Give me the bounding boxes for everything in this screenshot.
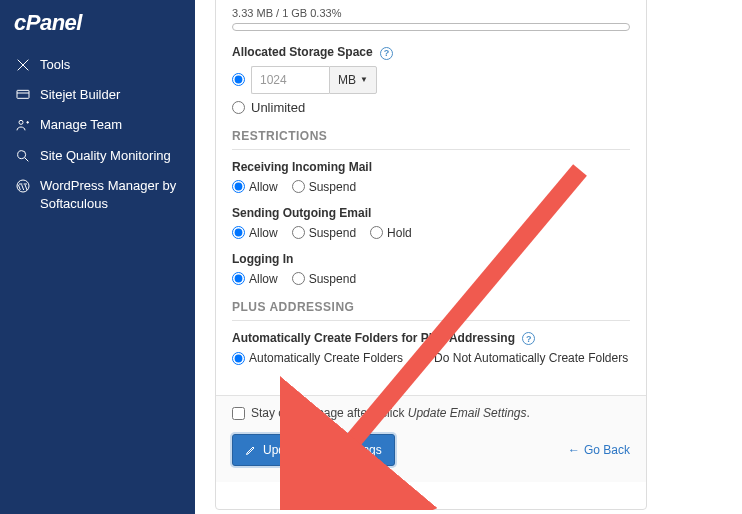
help-icon[interactable]: ?: [380, 47, 393, 60]
logging-suspend-option[interactable]: Suspend: [292, 272, 356, 286]
update-email-settings-button[interactable]: Update Email Settings: [232, 434, 395, 466]
team-icon: [14, 116, 32, 134]
stay-on-page-label: Stay on this page after I click Update E…: [251, 406, 530, 420]
sidebar-item-label: Manage Team: [40, 116, 122, 134]
logo: cPanel: [0, 0, 195, 50]
incoming-suspend-option[interactable]: Suspend: [292, 180, 356, 194]
storage-progress-bar: [232, 23, 630, 31]
storage-value-input[interactable]: [251, 66, 329, 94]
svg-point-2: [18, 150, 26, 158]
storage-custom-radio[interactable]: [232, 73, 245, 86]
incoming-allow-option[interactable]: Allow: [232, 180, 278, 194]
restrictions-heading: RESTRICTIONS: [232, 129, 630, 150]
tools-icon: [14, 56, 32, 74]
sidebar: cPanel Tools Sitejet Builder Manage Team…: [0, 0, 195, 514]
help-icon[interactable]: ?: [522, 332, 535, 345]
magnify-icon: [14, 147, 32, 165]
outgoing-mail-label: Sending Outgoing Email: [232, 206, 630, 220]
sidebar-item-sitejet[interactable]: Sitejet Builder: [0, 80, 195, 110]
sidebar-item-tools[interactable]: Tools: [0, 50, 195, 80]
card-footer: Stay on this page after I click Update E…: [216, 395, 646, 482]
allocated-storage-label: Allocated Storage Space ?: [232, 45, 630, 60]
svg-point-1: [19, 121, 23, 125]
plus-auto-option[interactable]: Automatically Create Folders: [232, 351, 403, 365]
sidebar-item-wordpress[interactable]: WordPress Manager by Softaculous: [0, 171, 195, 219]
logging-allow-option[interactable]: Allow: [232, 272, 278, 286]
sidebar-item-site-quality[interactable]: Site Quality Monitoring: [0, 141, 195, 171]
plus-addressing-heading: PLUS ADDRESSING: [232, 300, 630, 321]
storage-unlimited-radio[interactable]: [232, 101, 245, 114]
logging-in-label: Logging In: [232, 252, 630, 266]
sidebar-item-label: Site Quality Monitoring: [40, 147, 171, 165]
outgoing-suspend-option[interactable]: Suspend: [292, 226, 356, 240]
svg-rect-0: [17, 91, 29, 99]
main-content: 3.33 MB / 1 GB 0.33% Allocated Storage S…: [195, 0, 742, 514]
sidebar-item-label: Tools: [40, 56, 70, 74]
unlimited-label: Unlimited: [251, 100, 305, 115]
go-back-link[interactable]: ← Go Back: [568, 443, 630, 457]
storage-usage-text: 3.33 MB / 1 GB 0.33%: [232, 7, 630, 19]
outgoing-allow-option[interactable]: Allow: [232, 226, 278, 240]
incoming-mail-label: Receiving Incoming Mail: [232, 160, 630, 174]
settings-card: 3.33 MB / 1 GB 0.33% Allocated Storage S…: [215, 0, 647, 510]
chevron-down-icon: ▼: [360, 75, 368, 84]
sidebar-item-label: WordPress Manager by Softaculous: [40, 177, 181, 213]
storage-unit-select[interactable]: MB▼: [329, 66, 377, 94]
wordpress-icon: [14, 177, 32, 195]
sitejet-icon: [14, 86, 32, 104]
stay-on-page-checkbox[interactable]: [232, 407, 245, 420]
plus-noauto-option[interactable]: Do Not Automatically Create Folders: [417, 351, 628, 365]
logo-text: cPanel: [14, 10, 82, 35]
sidebar-item-label: Sitejet Builder: [40, 86, 120, 104]
sidebar-item-manage-team[interactable]: Manage Team: [0, 110, 195, 140]
plus-addressing-label: Automatically Create Folders for Plus Ad…: [232, 331, 630, 346]
outgoing-hold-option[interactable]: Hold: [370, 226, 412, 240]
arrow-left-icon: ←: [568, 443, 580, 457]
pencil-icon: [245, 444, 257, 456]
